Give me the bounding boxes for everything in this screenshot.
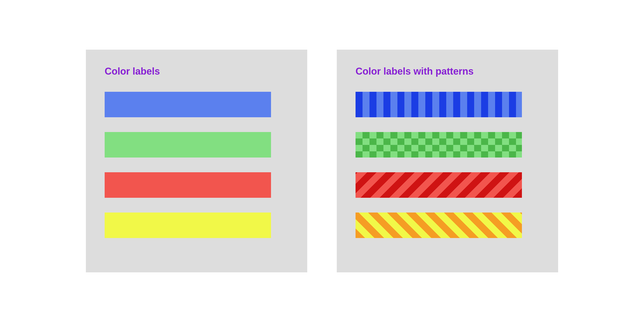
swatch-green bbox=[105, 132, 271, 158]
swatch-blue-striped bbox=[356, 92, 522, 117]
swatch-blue bbox=[105, 92, 271, 117]
swatch-green-checker bbox=[356, 132, 522, 158]
swatch-red bbox=[105, 172, 271, 198]
panel-color-labels: Color labels bbox=[86, 50, 307, 272]
swatch-yellow-diagonal bbox=[356, 213, 522, 238]
panel-title-right: Color labels with patterns bbox=[356, 66, 539, 77]
panel-color-labels-patterns: Color labels with patterns bbox=[337, 50, 558, 272]
panel-title-left: Color labels bbox=[105, 66, 288, 77]
swatch-red-diagonal bbox=[356, 172, 522, 198]
swatch-yellow bbox=[105, 213, 271, 238]
